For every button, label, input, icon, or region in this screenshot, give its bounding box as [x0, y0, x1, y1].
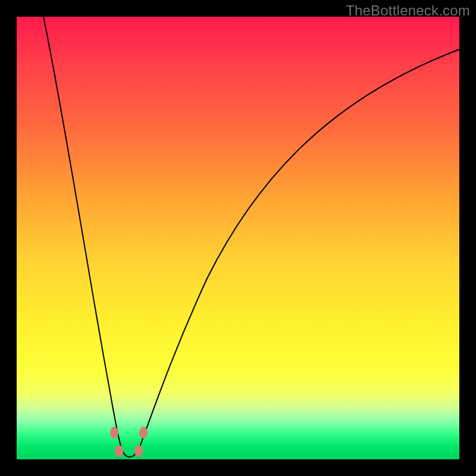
- chart-plot-area: [17, 17, 459, 459]
- curve-marker: [134, 445, 143, 457]
- curve-marker: [115, 445, 123, 457]
- curve-marker: [139, 427, 148, 439]
- curve-marker: [110, 427, 118, 439]
- watermark-text: TheBottleneck.com: [346, 2, 470, 19]
- bottleneck-curve-svg: [17, 17, 459, 459]
- bottleneck-curve: [43, 17, 459, 457]
